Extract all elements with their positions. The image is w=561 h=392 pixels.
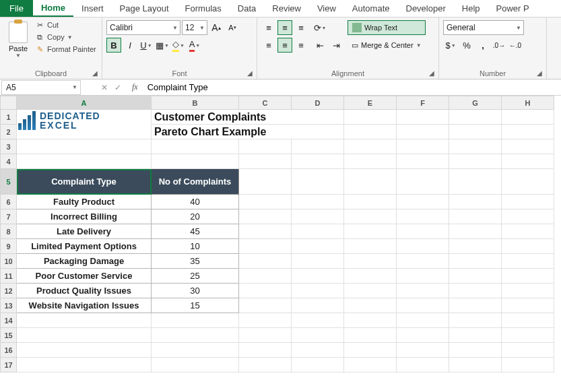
cell[interactable] [344, 254, 397, 269]
cell-value[interactable]: 15 [152, 298, 239, 313]
worksheet-grid[interactable]: A B C D E F G H 1 DEDICATED EXCEL Custom… [0, 96, 561, 372]
fx-icon[interactable]: fx [127, 82, 143, 92]
orientation-button[interactable]: ⟳▼ [312, 20, 327, 35]
cell-title-2[interactable]: Pareto Chart Example [152, 125, 344, 139]
cell[interactable] [17, 343, 152, 358]
row-header[interactable]: 17 [1, 358, 17, 372]
increase-font-button[interactable]: A▴ [209, 20, 224, 35]
cell[interactable] [502, 154, 554, 169]
cell-label[interactable]: Limited Payment Options [17, 239, 152, 254]
cell[interactable] [449, 195, 502, 209]
cell[interactable] [502, 239, 554, 254]
cell[interactable] [17, 328, 152, 343]
align-top-button[interactable]: ≡ [261, 20, 276, 35]
align-right-button[interactable]: ≡ [294, 38, 308, 53]
cell-logo[interactable]: DEDICATED EXCEL [17, 110, 152, 139]
wrap-text-button[interactable]: Wrap Text [348, 20, 426, 35]
row-header[interactable]: 8 [1, 224, 17, 239]
cell[interactable] [449, 343, 502, 358]
cell[interactable] [502, 328, 554, 343]
cell[interactable] [239, 195, 292, 209]
cell[interactable] [344, 328, 397, 343]
tab-insert[interactable]: Insert [73, 0, 112, 17]
cell[interactable] [239, 284, 292, 298]
cell[interactable] [239, 139, 292, 154]
cell[interactable] [502, 313, 554, 328]
col-header-f[interactable]: F [397, 96, 449, 110]
tab-review[interactable]: Review [264, 0, 309, 17]
cell[interactable] [449, 254, 502, 269]
cell[interactable] [239, 154, 292, 169]
tab-data[interactable]: Data [230, 0, 264, 17]
format-painter-button[interactable]: ✎ Format Painter [35, 44, 96, 54]
font-family-combo[interactable]: Calibri ▼ [106, 20, 180, 35]
cell[interactable] [502, 125, 554, 139]
cell[interactable] [239, 209, 292, 224]
cell[interactable] [502, 139, 554, 154]
row-header[interactable]: 7 [1, 209, 17, 224]
row-header[interactable]: 10 [1, 254, 17, 269]
cell[interactable] [292, 358, 344, 372]
cell-value[interactable]: 45 [152, 224, 239, 239]
cell[interactable] [344, 298, 397, 313]
row-header[interactable]: 5 [1, 169, 17, 195]
cell-label[interactable]: Poor Customer Service [17, 269, 152, 284]
col-header-h[interactable]: H [502, 96, 554, 110]
tab-help[interactable]: Help [454, 0, 488, 17]
italic-button[interactable]: I [123, 38, 137, 53]
cell[interactable] [152, 154, 239, 169]
increase-indent-button[interactable]: ⇥ [329, 38, 343, 53]
cell[interactable] [397, 328, 449, 343]
cell[interactable] [449, 110, 502, 125]
col-header-a[interactable]: A [17, 96, 152, 110]
cell-header-b[interactable]: No of Complaints [152, 169, 239, 195]
cell-label[interactable]: Packaging Damage [17, 254, 152, 269]
cell-value[interactable]: 20 [152, 209, 239, 224]
tab-page-layout[interactable]: Page Layout [112, 0, 177, 17]
cell-label[interactable]: Faulty Product [17, 195, 152, 209]
font-color-button[interactable]: A▼ [187, 38, 202, 53]
cell[interactable] [449, 154, 502, 169]
cell[interactable] [152, 328, 239, 343]
cell-value[interactable]: 25 [152, 269, 239, 284]
cell[interactable] [344, 284, 397, 298]
cell[interactable] [292, 313, 344, 328]
cell[interactable] [239, 358, 292, 372]
cell[interactable] [502, 224, 554, 239]
cell[interactable] [397, 195, 449, 209]
cell-label[interactable]: Late Delivery [17, 224, 152, 239]
cell[interactable] [292, 169, 344, 195]
merge-center-button[interactable]: ▭ Merge & Center ▼ [348, 38, 426, 53]
cell-label[interactable]: Incorrect Billing [17, 209, 152, 224]
cell[interactable] [292, 269, 344, 284]
cell[interactable] [17, 313, 152, 328]
row-header[interactable]: 4 [1, 154, 17, 169]
cell[interactable] [292, 298, 344, 313]
cell[interactable] [292, 343, 344, 358]
cell[interactable] [502, 195, 554, 209]
cell[interactable] [449, 313, 502, 328]
cell[interactable] [449, 125, 502, 139]
cell[interactable] [239, 328, 292, 343]
paste-button[interactable]: Paste ▼ [4, 20, 32, 68]
cell[interactable] [397, 239, 449, 254]
align-bottom-button[interactable]: ≡ [294, 20, 308, 35]
cancel-formula-icon[interactable]: ✕ [101, 83, 108, 92]
cell[interactable] [344, 269, 397, 284]
cell-label[interactable]: Product Quality Issues [17, 284, 152, 298]
tab-power[interactable]: Power P [488, 0, 537, 17]
cell[interactable] [344, 169, 397, 195]
cell-label[interactable]: Website Navigation Issues [17, 298, 152, 313]
font-size-combo[interactable]: 12 ▼ [182, 20, 207, 35]
cell[interactable] [17, 358, 152, 372]
underline-button[interactable]: U▼ [139, 38, 154, 53]
cell[interactable] [344, 125, 397, 139]
cell[interactable] [292, 195, 344, 209]
cell[interactable] [449, 269, 502, 284]
tab-developer[interactable]: Developer [398, 0, 454, 17]
cell[interactable] [239, 269, 292, 284]
bold-button[interactable]: B [106, 38, 121, 53]
row-header[interactable]: 11 [1, 269, 17, 284]
align-middle-button[interactable]: ≡ [277, 20, 292, 35]
cell[interactable] [397, 254, 449, 269]
